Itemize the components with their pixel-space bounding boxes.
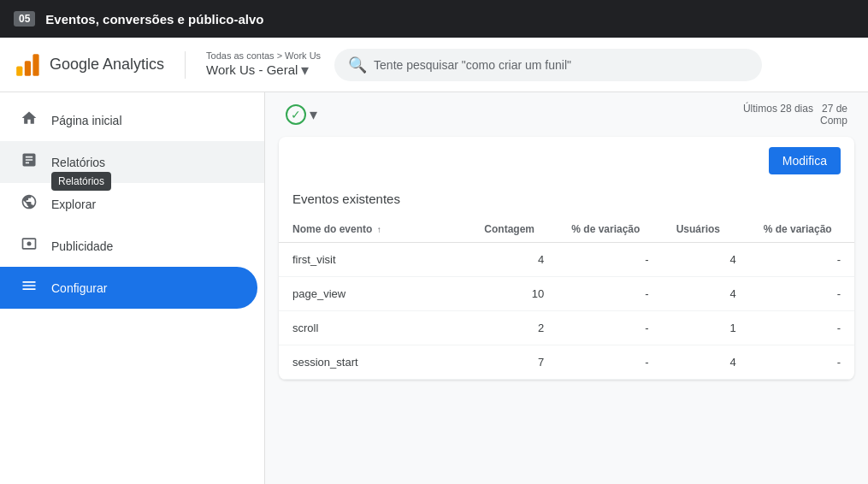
svg-point-3 [27,242,32,246]
th-count: Contagem [470,216,558,243]
th-event-name-label: Nome do evento [292,223,372,235]
th-var2: % de variação [750,216,854,243]
table-row[interactable]: first_visit 4 - 4 - [279,243,854,277]
events-tbody: first_visit 4 - 4 - page_view 10 - 4 - s… [279,243,854,380]
td-event-name: scroll [279,311,470,345]
td-count: 2 [470,311,558,345]
sidebar: Página inicial Relatórios Relatórios Exp… [0,92,265,484]
td-var1: - [558,243,662,277]
ga-logo-text: Google Analytics [50,56,164,74]
td-var2: - [750,243,854,277]
td-var1: - [558,311,662,345]
reports-icon [21,151,38,173]
svg-rect-2 [32,54,38,76]
td-var2: - [750,311,854,345]
td-count: 4 [470,243,558,277]
td-var1: - [558,345,662,380]
th-var1: % de variação [558,216,662,243]
dropdown-arrow-icon: ▾ [301,61,309,80]
date-range-value: 27 de [822,103,847,115]
td-users: 4 [663,277,750,311]
th-users: Usuários [663,216,750,243]
table-row[interactable]: session_start 7 - 4 - [279,345,854,380]
sidebar-item-explore[interactable]: Explorar [0,183,264,225]
th-var2-label: % de variação [764,223,832,235]
section-title: Eventos existentes [279,185,854,216]
search-icon: 🔍 [348,56,367,74]
home-icon [21,109,38,131]
td-var2: - [750,277,854,311]
td-users: 4 [663,345,750,380]
status-dropdown-arrow-icon: ▾ [310,105,317,124]
td-users: 1 [663,311,750,345]
layout: Página inicial Relatórios Relatórios Exp… [0,92,868,484]
search-bar[interactable]: 🔍 Tente pesquisar "como criar um funil" [334,49,762,81]
breadcrumb: Todas as contas > Work Us [206,50,321,61]
account-selector[interactable]: Work Us - Geral ▾ [206,61,321,80]
card-header: Modifica [279,137,854,185]
sidebar-label-reports: Relatórios [51,156,105,169]
sidebar-label-advertising: Publicidade [51,239,113,253]
sidebar-label-configure: Configurar [51,281,107,295]
table-row[interactable]: page_view 10 - 4 - [279,277,854,311]
account-name: Work Us - Geral [206,62,298,77]
td-count: 10 [470,277,558,311]
th-event-name[interactable]: Nome do evento ↑ [279,216,470,243]
svg-rect-1 [25,61,31,76]
search-placeholder-text: Tente pesquisar "como criar um funil" [374,58,571,72]
banner-title: Eventos, conversões e público-alvo [45,12,263,27]
header-divider [185,51,186,79]
td-event-name: first_visit [279,243,470,277]
td-var1: - [558,277,662,311]
td-var2: - [750,345,854,380]
th-users-label: Usuários [676,223,720,235]
main-content: ✓ ▾ Últimos 28 dias 27 de Comp Modifica … [265,92,868,484]
events-card: Modifica Eventos existentes Nome do even… [279,137,854,380]
td-users: 4 [663,243,750,277]
step-number: 05 [14,11,35,27]
explore-icon [21,193,38,215]
top-banner: 05 Eventos, conversões e público-alvo [0,0,868,38]
table-row[interactable]: scroll 2 - 1 - [279,311,854,345]
header: Google Analytics Todas as contas > Work … [0,38,868,92]
account-section: Todas as contas > Work Us Work Us - Gera… [206,50,321,80]
ga-logo: Google Analytics [14,51,164,79]
date-range-label: Últimos 28 dias [743,103,813,115]
events-table: Nome do evento ↑ Contagem % de variação … [279,216,854,380]
configure-icon [21,277,38,298]
compare-label: Comp [743,115,847,127]
tooltip-reports: Relatórios [51,172,111,191]
sidebar-item-configure[interactable]: Configurar [0,267,257,309]
date-label: Últimos 28 dias 27 de [743,103,847,115]
date-info: Últimos 28 dias 27 de Comp [743,103,847,127]
sort-icon: ↑ [377,225,381,234]
th-count-label: Contagem [484,223,534,235]
status-dropdown[interactable]: ✓ ▾ [286,104,317,125]
sidebar-label-home: Página inicial [51,114,122,127]
table-header-row: Nome do evento ↑ Contagem % de variação … [279,216,854,243]
advertising-icon [21,235,38,257]
status-icon: ✓ [286,104,306,125]
th-var1-label: % de variação [571,223,640,235]
sidebar-item-reports[interactable]: Relatórios Relatórios [0,141,264,183]
td-count: 7 [470,345,558,380]
main-subheader: ✓ ▾ Últimos 28 dias 27 de Comp [265,92,868,137]
svg-rect-0 [16,66,22,75]
td-event-name: session_start [279,345,470,380]
sidebar-item-advertising[interactable]: Publicidade [0,225,264,267]
ga-logo-icon [14,51,41,79]
modify-button[interactable]: Modifica [769,147,841,174]
td-event-name: page_view [279,277,470,311]
sidebar-item-home[interactable]: Página inicial [0,99,264,141]
sidebar-label-explore: Explorar [51,198,96,211]
